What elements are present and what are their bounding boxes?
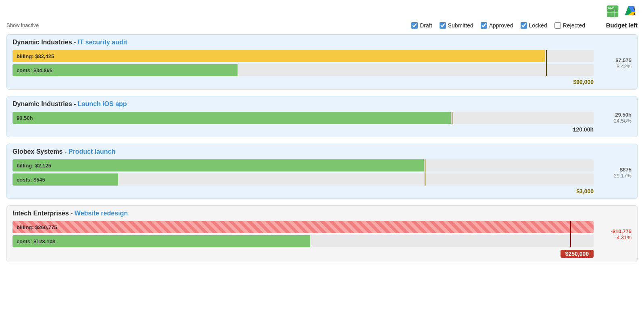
filter-checkboxes: Draft Submitted Approved Locked Rejected <box>411 22 585 29</box>
bar-row-1: costs: $545 <box>13 173 594 186</box>
filter-approved[interactable]: Approved <box>481 22 513 29</box>
projects-container: Dynamic Industries - IT security auditbi… <box>6 34 638 262</box>
project-header-launch-ios: Dynamic Industries - Launch iOS app <box>7 96 637 110</box>
budget-total-label: $90,000 <box>573 79 594 85</box>
csv-export-button[interactable]: CSV <box>605 4 620 19</box>
bar-row-0: 90.50h <box>13 112 594 124</box>
bar-row-0: billing: $260,775 <box>13 221 594 233</box>
project-name[interactable]: Product launch <box>69 148 115 155</box>
bar-label-0: 90.50h <box>17 115 33 121</box>
budget-total-label: 120.00h <box>573 126 594 133</box>
bar-fill-1 <box>13 235 310 247</box>
draft-label: Draft <box>420 22 432 29</box>
project-name[interactable]: Website redesign <box>75 210 128 217</box>
client-name: Globex Systems <box>13 148 63 155</box>
bar-fill-0 <box>13 112 451 124</box>
stat-budget-left: $875 <box>620 167 631 173</box>
budget-left-header: Budget left <box>597 22 638 29</box>
stats-section-product-launch: $87529.17% <box>595 159 631 186</box>
submitted-checkbox[interactable] <box>440 22 446 29</box>
budget-footer-it-security: $90,000 <box>7 77 637 89</box>
project-block-product-launch[interactable]: Globex Systems - Product launchbilling: … <box>6 144 638 199</box>
stats-section-website-redesign: -$10,775-4.31% <box>595 221 631 247</box>
bars-stats-launch-ios: 90.50h29.50h24.58% <box>7 110 637 125</box>
project-header-product-launch: Globex Systems - Product launch <box>7 144 637 158</box>
filter-draft[interactable]: Draft <box>411 22 432 29</box>
project-name[interactable]: Launch iOS app <box>78 100 127 107</box>
bars-stats-website-redesign: billing: $260,775costs: $128,108-$10,775… <box>7 219 637 248</box>
stat-budget-pct: 24.58% <box>614 118 631 124</box>
bar-label-0: billing: $260,775 <box>17 224 57 230</box>
bar-row-1: costs: $128,108 <box>13 235 594 247</box>
project-block-launch-ios[interactable]: Dynamic Industries - Launch iOS app90.50… <box>6 96 638 137</box>
stat-budget-left: $7,575 <box>615 57 631 63</box>
bar-row-1: costs: $34,865 <box>13 64 594 76</box>
budget-footer-launch-ios: 120.00h <box>7 125 637 137</box>
stat-budget-pct: 8.42% <box>617 63 631 69</box>
bar-fill-0 <box>13 50 545 62</box>
bar-fill-0 <box>13 221 594 233</box>
bar-fill-0 <box>13 159 424 171</box>
client-name: Intech Enterprises <box>13 210 69 217</box>
budget-total-label: $3,000 <box>576 188 594 194</box>
stats-section-launch-ios: 29.50h24.58% <box>595 112 631 124</box>
toolbar: CSV <box>6 4 638 19</box>
draft-checkbox[interactable] <box>411 22 418 29</box>
bars-stats-it-security: billing: $82,425costs: $34,865$7,5758.42… <box>7 48 637 77</box>
project-block-it-security[interactable]: Dynamic Industries - IT security auditbi… <box>6 34 638 90</box>
client-name: Dynamic Industries <box>13 39 72 46</box>
submitted-label: Submitted <box>448 22 473 29</box>
filter-submitted[interactable]: Submitted <box>440 22 473 29</box>
rejected-label: Rejected <box>563 22 585 29</box>
rejected-checkbox[interactable] <box>554 22 561 29</box>
bars-section-it-security: billing: $82,425costs: $34,865 <box>13 50 595 76</box>
stat-budget-left: 29.50h <box>615 112 631 118</box>
show-inactive-label: Show inactive <box>6 22 39 28</box>
project-block-website-redesign[interactable]: Intech Enterprises - Website redesignbil… <box>6 205 638 262</box>
project-name[interactable]: IT security audit <box>78 39 127 46</box>
approved-label: Approved <box>489 22 513 29</box>
bars-section-product-launch: billing: $2,125costs: $545 <box>13 159 595 186</box>
stat-budget-pct: -4.31% <box>615 234 631 240</box>
budget-footer-website-redesign: $250,000 <box>7 248 637 262</box>
locked-checkbox[interactable] <box>521 22 527 29</box>
bar-label-1: costs: $34,865 <box>17 67 52 73</box>
bar-label-0: billing: $82,425 <box>17 53 54 59</box>
bars-stats-product-launch: billing: $2,125costs: $545$87529.17% <box>7 158 637 186</box>
locked-label: Locked <box>529 22 547 29</box>
project-header-it-security: Dynamic Industries - IT security audit <box>7 35 637 48</box>
filter-bar: Show inactive Draft Submitted Approved L… <box>6 22 638 29</box>
stat-budget-pct: 29.17% <box>614 173 631 179</box>
project-header-website-redesign: Intech Enterprises - Website redesign <box>7 206 637 219</box>
approved-checkbox[interactable] <box>481 22 487 29</box>
google-drive-button[interactable] <box>623 4 638 19</box>
budget-footer-product-launch: $3,000 <box>7 186 637 198</box>
svg-text:CSV: CSV <box>608 6 614 10</box>
filter-locked[interactable]: Locked <box>521 22 547 29</box>
bar-row-0: billing: $2,125 <box>13 159 594 171</box>
stats-section-it-security: $7,5758.42% <box>595 50 631 76</box>
stat-budget-left: -$10,775 <box>611 228 631 234</box>
bar-label-1: costs: $545 <box>17 177 45 183</box>
client-name: Dynamic Industries <box>13 100 72 107</box>
filter-rejected[interactable]: Rejected <box>554 22 585 29</box>
bar-row-0: billing: $82,425 <box>13 50 594 62</box>
bar-label-1: costs: $128,108 <box>17 238 55 244</box>
budget-total-badge: $250,000 <box>561 250 594 258</box>
bar-label-0: billing: $2,125 <box>17 163 51 169</box>
bars-section-website-redesign: billing: $260,775costs: $128,108 <box>13 221 595 247</box>
bars-section-launch-ios: 90.50h <box>13 112 595 124</box>
